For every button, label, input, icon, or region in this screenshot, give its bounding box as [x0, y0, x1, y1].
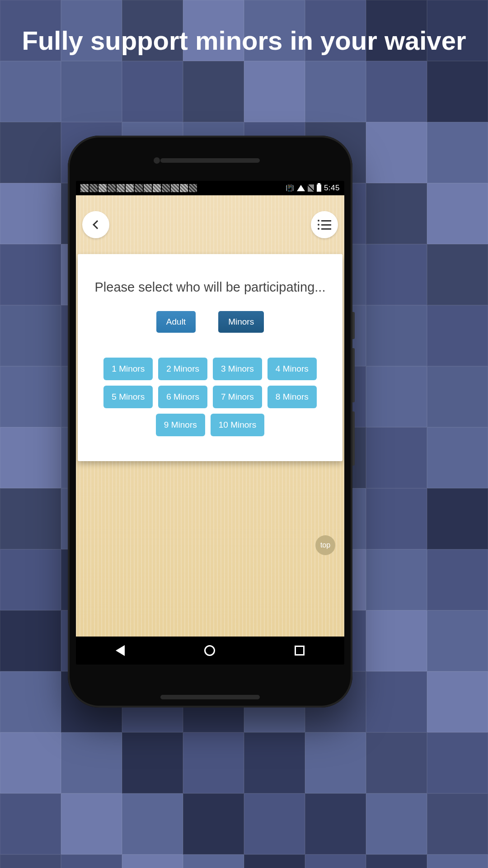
menu-button[interactable]: [311, 211, 338, 238]
vibrate-icon: [286, 184, 294, 193]
marketing-headline: Fully support minors in your waiver: [0, 25, 488, 57]
phone-side-button: [352, 348, 355, 402]
phone-top-bezel: [68, 136, 352, 181]
minor-option-4[interactable]: 4 Minors: [267, 358, 317, 380]
phone-side-button: [352, 411, 355, 466]
phone-side-button: [352, 312, 355, 339]
minor-option-10[interactable]: 10 Minors: [211, 414, 264, 436]
phone-speaker-icon: [160, 158, 260, 163]
selection-prompt: Please select who will be participating.…: [90, 279, 330, 295]
minor-option-3[interactable]: 3 Minors: [213, 358, 262, 380]
battery-icon: [317, 184, 321, 192]
phone-chin-speaker-icon: [160, 695, 260, 699]
no-sim-icon: [308, 184, 314, 192]
nav-home-icon[interactable]: [204, 645, 215, 656]
status-notifications: [80, 184, 284, 192]
front-camera-icon: [154, 157, 160, 164]
selection-card: Please select who will be participating.…: [78, 254, 343, 461]
phone-screen: 5:45 Please select who will be pa: [76, 181, 344, 665]
app-header: [76, 195, 344, 254]
choice-row: Adult Minors: [90, 311, 330, 333]
minor-option-2[interactable]: 2 Minors: [158, 358, 207, 380]
back-button[interactable]: [82, 211, 109, 238]
minor-option-9[interactable]: 9 Minors: [156, 414, 205, 436]
minor-option-7[interactable]: 7 Minors: [213, 386, 262, 408]
phone-bottom-bezel: [68, 665, 352, 708]
minor-options: 1 Minors 2 Minors 3 Minors 4 Minors 5 Mi…: [90, 358, 330, 436]
nav-recent-icon[interactable]: [295, 646, 305, 656]
minors-button[interactable]: Minors: [218, 311, 264, 333]
app-content: Please select who will be participating.…: [76, 195, 344, 637]
minor-option-6[interactable]: 6 Minors: [158, 386, 207, 408]
minor-option-5[interactable]: 5 Minors: [103, 386, 153, 408]
minor-option-1[interactable]: 1 Minors: [103, 358, 153, 380]
menu-list-icon: [318, 220, 331, 230]
status-bar: 5:45: [76, 181, 344, 195]
phone-frame: 5:45 Please select who will be pa: [68, 136, 352, 708]
arrow-left-icon: [93, 220, 102, 229]
minor-option-8[interactable]: 8 Minors: [267, 386, 317, 408]
status-time: 5:45: [324, 184, 340, 193]
scroll-top-button[interactable]: top: [315, 535, 335, 555]
android-nav-bar: [76, 637, 344, 665]
nav-back-icon[interactable]: [116, 645, 125, 656]
wifi-icon: [297, 185, 305, 191]
adult-button[interactable]: Adult: [156, 311, 196, 333]
